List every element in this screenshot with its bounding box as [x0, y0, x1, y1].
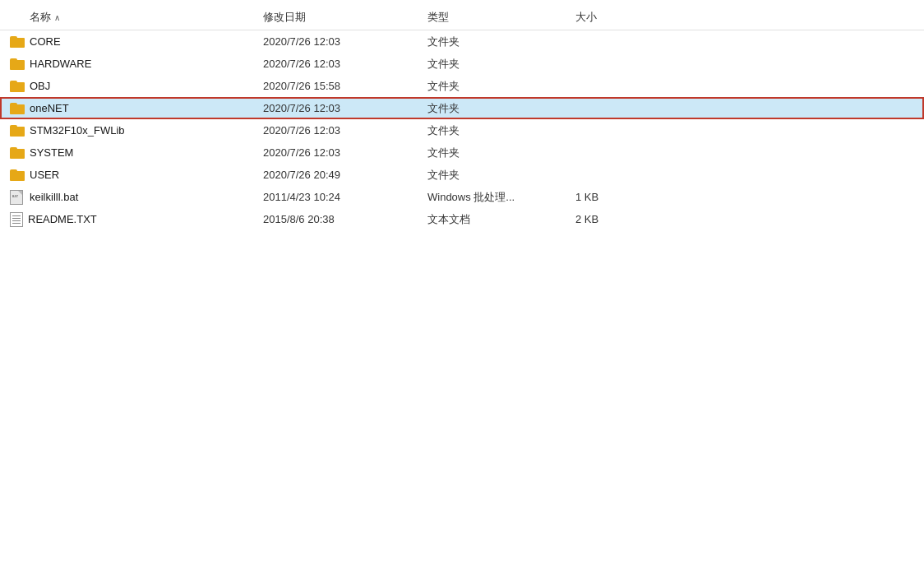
txt-file-icon [10, 212, 23, 227]
file-name-text: CORE [30, 35, 61, 48]
file-name-text: keilkilll.bat [30, 191, 78, 203]
file-name-text: USER [30, 169, 59, 181]
file-name-cell: HARDWARE [0, 58, 263, 70]
list-item[interactable]: STM32F10x_FWLib 2020/7/26 12:03 文件夹 [0, 119, 924, 141]
list-item[interactable]: oneNET 2020/7/26 12:03 文件夹 [0, 97, 924, 119]
col-header-type[interactable]: 类型 [427, 10, 575, 25]
file-name-cell: CORE [0, 35, 263, 48]
col-header-date[interactable]: 修改日期 [263, 10, 427, 25]
folder-icon [10, 147, 25, 159]
column-header-row: 名称 ∧ 修改日期 类型 大小 [0, 7, 924, 30]
file-type-cell: 文件夹 [427, 123, 575, 138]
folder-icon [10, 169, 25, 181]
file-date-cell: 2020/7/26 12:03 [263, 58, 427, 70]
sort-arrow-icon: ∧ [54, 13, 60, 22]
list-item[interactable]: OBJ 2020/7/26 15:58 文件夹 [0, 75, 924, 97]
file-date-cell: 2011/4/23 10:24 [263, 191, 427, 203]
file-type-cell: 文件夹 [427, 35, 575, 49]
file-name-text: HARDWARE [30, 58, 91, 70]
file-explorer: 名称 ∧ 修改日期 类型 大小 CORE 2020/7/26 12:03 文件夹… [0, 0, 924, 565]
file-type-cell: 文件夹 [427, 79, 575, 94]
file-list: CORE 2020/7/26 12:03 文件夹 HARDWARE 2020/7… [0, 30, 924, 230]
file-type-cell: 文件夹 [427, 168, 575, 183]
file-date-cell: 2020/7/26 15:58 [263, 80, 427, 92]
folder-icon [10, 103, 25, 114]
file-date-cell: 2020/7/26 12:03 [263, 146, 427, 159]
file-type-cell: 文件夹 [427, 101, 575, 116]
file-name-cell: OBJ [0, 80, 263, 92]
folder-icon [10, 125, 25, 137]
file-name-cell: USER [0, 169, 263, 181]
list-item[interactable]: README.TXT 2015/8/6 20:38 文本文档 2 KB [0, 208, 924, 230]
file-date-cell: 2020/7/26 12:03 [263, 35, 427, 48]
list-item[interactable]: SYSTEM 2020/7/26 12:03 文件夹 [0, 141, 924, 164]
file-name-cell: STM32F10x_FWLib [0, 124, 263, 137]
file-date-cell: 2015/8/6 20:38 [263, 213, 427, 225]
list-item[interactable]: BAT keilkilll.bat 2011/4/23 10:24 Window… [0, 186, 924, 208]
folder-icon [10, 58, 25, 70]
folder-icon [10, 36, 25, 48]
file-type-cell: 文件夹 [427, 146, 575, 160]
file-name-cell: BAT keilkilll.bat [0, 190, 263, 205]
col-header-name[interactable]: 名称 ∧ [0, 10, 263, 25]
file-size-cell: 1 KB [575, 191, 674, 203]
file-name-text: README.TXT [28, 213, 97, 225]
list-item[interactable]: CORE 2020/7/26 12:03 文件夹 [0, 30, 924, 53]
file-name-text: STM32F10x_FWLib [30, 124, 125, 137]
file-date-cell: 2020/7/26 20:49 [263, 169, 427, 181]
file-name-cell: oneNET [0, 102, 263, 114]
file-date-cell: 2020/7/26 12:03 [263, 124, 427, 137]
file-name-text: oneNET [30, 102, 69, 114]
file-name-cell: README.TXT [0, 212, 263, 227]
file-size-cell: 2 KB [575, 213, 674, 225]
col-header-size[interactable]: 大小 [575, 10, 674, 25]
bat-file-icon: BAT [10, 190, 25, 205]
file-type-cell: 文本文档 [427, 212, 575, 227]
folder-icon [10, 81, 25, 92]
file-name-text: SYSTEM [30, 146, 73, 159]
file-type-cell: Windows 批处理... [427, 190, 575, 205]
list-item[interactable]: USER 2020/7/26 20:49 文件夹 [0, 164, 924, 186]
file-type-cell: 文件夹 [427, 57, 575, 72]
file-name-text: OBJ [30, 80, 50, 92]
file-date-cell: 2020/7/26 12:03 [263, 102, 427, 114]
file-name-cell: SYSTEM [0, 146, 263, 159]
col-name-label: 名称 [30, 10, 51, 25]
list-item[interactable]: HARDWARE 2020/7/26 12:03 文件夹 [0, 53, 924, 75]
